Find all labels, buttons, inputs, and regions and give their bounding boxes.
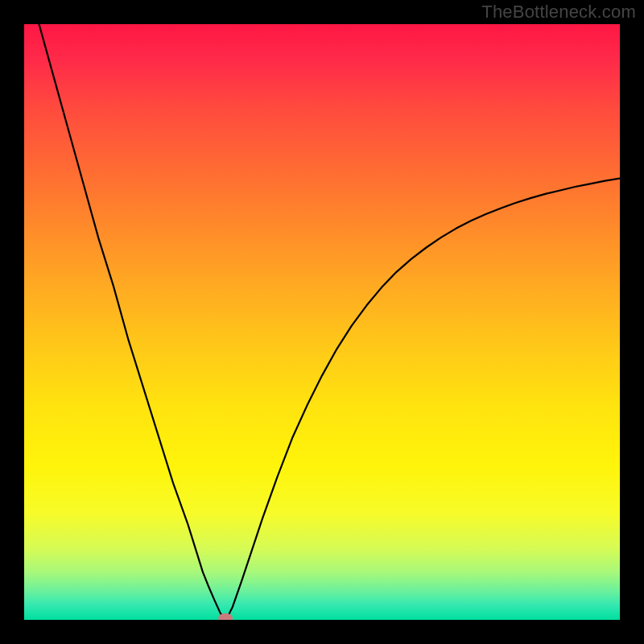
optimum-marker <box>218 613 233 623</box>
chart-container: TheBottleneck.com <box>0 0 644 644</box>
bottleneck-chart <box>0 0 644 644</box>
heat-gradient-background <box>24 24 620 620</box>
